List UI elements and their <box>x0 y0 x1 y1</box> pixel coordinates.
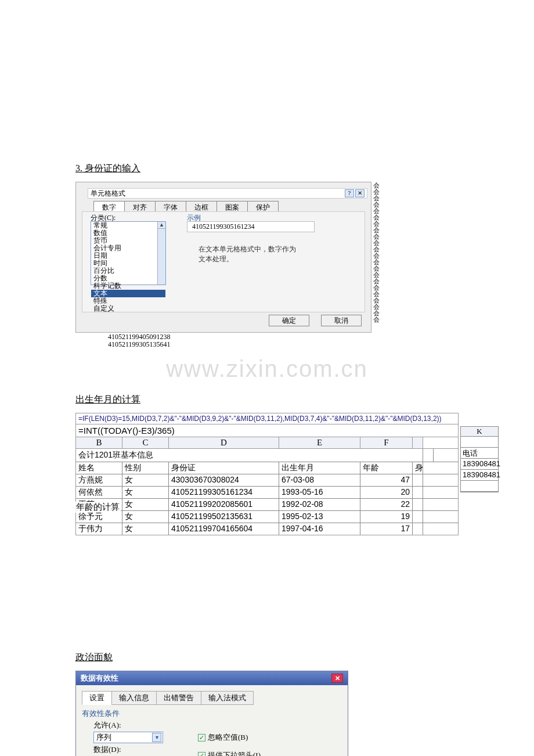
example-value: 410521199305161234 <box>187 221 315 232</box>
r1-age[interactable]: 20 <box>360 487 413 498</box>
hdr-sex[interactable]: 性别 <box>122 462 169 474</box>
col-C[interactable]: C <box>122 437 169 448</box>
dv-allow-label: 允许(A): <box>93 720 140 730</box>
help-button[interactable]: ? <box>345 189 354 197</box>
k-phone-label[interactable]: 电话 <box>461 448 498 459</box>
r4-dob[interactable]: 1997-04-16 <box>279 523 360 535</box>
ok-button[interactable]: 确定 <box>269 315 309 326</box>
r2-id[interactable]: 410521199202085601 <box>169 499 279 510</box>
k-phone-2[interactable] <box>461 481 498 492</box>
formula2[interactable]: =INT((TODAY()-E3)/365) <box>76 424 458 437</box>
col-D[interactable]: D <box>169 437 279 448</box>
checkbox-dropdown-icon[interactable]: ✓ <box>198 752 205 757</box>
r0-dob[interactable]: 67-03-08 <box>279 474 360 486</box>
col-B[interactable]: B <box>76 437 122 448</box>
r4-name[interactable]: 于伟力 <box>76 523 122 535</box>
cell-format-dialog: 单元格格式 ? ✕ 数字 对齐 字体 边框 图案 保护 分类(C): ▲ 常规 … <box>75 182 371 333</box>
dv-title: 数据有效性 <box>81 673 118 683</box>
r0-name[interactable]: 方燕妮 <box>76 474 122 486</box>
dv-cb-ignore[interactable]: 忽略空值(B) <box>208 732 248 743</box>
r0-age[interactable]: 47 <box>360 474 413 486</box>
k-phone-0[interactable]: 183908481 <box>461 459 498 470</box>
data-validation-dialog: 数据有效性 ✕ 设置 输入信息 出错警告 输入法模式 有效性条件 允许(A): … <box>75 671 348 756</box>
section2-title: 出生年月的计算 <box>75 394 459 406</box>
r0-id[interactable]: 430303670308024 <box>169 474 279 486</box>
cancel-button[interactable]: 取消 <box>321 315 362 326</box>
dv-tab-input[interactable]: 输入信息 <box>111 691 157 705</box>
col-F[interactable]: F <box>360 437 413 448</box>
r4-id[interactable]: 410521199704165604 <box>169 523 279 535</box>
r1-name[interactable]: 何依然 <box>76 487 122 498</box>
dv-cond-label: 有效性条件 <box>82 708 342 719</box>
r4-sex[interactable]: 女 <box>122 523 169 535</box>
checkbox-ignore-icon[interactable]: ✓ <box>198 734 205 741</box>
r3-id[interactable]: 410521199502135631 <box>169 511 279 523</box>
category-list[interactable]: ▲ 常规 数值 货币 会计专用 日期 时间 百分比 分数 科学记数 文本 特殊 … <box>91 221 166 285</box>
section1-title: 3. 身份证的输入 <box>75 163 459 175</box>
dv-close-button[interactable]: ✕ <box>331 674 343 683</box>
col-G[interactable] <box>413 437 423 448</box>
col-K[interactable]: K <box>461 427 498 437</box>
dv-tabs: 设置 输入信息 出错警告 输入法模式 <box>82 691 342 705</box>
fmt-dialog-title: 单元格格式 <box>91 189 125 199</box>
r1-sex[interactable]: 女 <box>122 487 169 498</box>
dv-data-label: 数据(D): <box>93 744 140 755</box>
dv-allow-select[interactable]: 序列 ▾ <box>93 732 163 743</box>
cat-custom[interactable]: 自定义 <box>91 305 165 312</box>
r3-name[interactable]: 徐予元 <box>76 511 122 523</box>
overlay-age-calc: 年龄的计算 <box>75 502 121 513</box>
r1-id[interactable]: 410521199305161234 <box>169 487 279 498</box>
sheet-title[interactable]: 会计1201班基本信息 <box>76 449 423 462</box>
dv-tab-ime[interactable]: 输入法模式 <box>201 691 254 705</box>
r1-dob[interactable]: 1993-05-16 <box>279 487 360 498</box>
r3-dob[interactable]: 1995-02-13 <box>279 511 360 523</box>
hdr-name[interactable]: 姓名 <box>76 462 122 474</box>
hdr-dob[interactable]: 出生年月 <box>279 462 360 474</box>
formula1[interactable]: =IF(LEN(D3)=15,MID(D3,7,2)&"-"&MID(D3,9,… <box>76 413 458 424</box>
r3-sex[interactable]: 女 <box>122 511 169 523</box>
dv-tab-settings[interactable]: 设置 <box>82 691 112 705</box>
hdr-age[interactable]: 年龄 <box>360 462 413 474</box>
k-phone-1[interactable]: 183908481 <box>461 470 498 481</box>
side-column-k: K 电话 183908481 183908481 <box>460 426 499 492</box>
hdr-id[interactable]: 身份证 <box>169 462 279 474</box>
r2-dob[interactable]: 1992-02-08 <box>279 499 360 510</box>
fmt-desc: 在文本单元格格式中，数字作为 文本处理。 <box>199 244 349 264</box>
hdr-shen[interactable]: 身 <box>413 462 423 474</box>
watermark: www.zixin.com.cn <box>75 356 459 382</box>
col-E[interactable]: E <box>279 437 360 448</box>
r2-age[interactable]: 22 <box>360 499 413 510</box>
chevron-down-icon[interactable]: ▾ <box>152 733 161 742</box>
r4-age[interactable]: 17 <box>360 523 413 535</box>
dv-cb-dropdown[interactable]: 提供下拉箭头(I) <box>208 750 261 756</box>
dv-tab-error[interactable]: 出错警告 <box>156 691 201 705</box>
fmt-below-rows: 410521199405091238 410521199305135641 <box>108 333 171 348</box>
r3-age[interactable]: 19 <box>360 511 413 523</box>
close-button[interactable]: ✕ <box>355 189 365 197</box>
scroll-up-icon[interactable]: ▲ <box>158 222 165 229</box>
r0-sex[interactable]: 女 <box>122 474 169 486</box>
r2-sex[interactable]: 女 <box>122 499 169 510</box>
spreadsheet: =IF(LEN(D3)=15,MID(D3,7,2)&"-"&MID(D3,9,… <box>75 413 459 535</box>
section3-title: 政治面貌 <box>75 651 459 664</box>
side-hui: 会会会会会会会会会会会会会会会会会会会会会会 <box>372 182 380 323</box>
